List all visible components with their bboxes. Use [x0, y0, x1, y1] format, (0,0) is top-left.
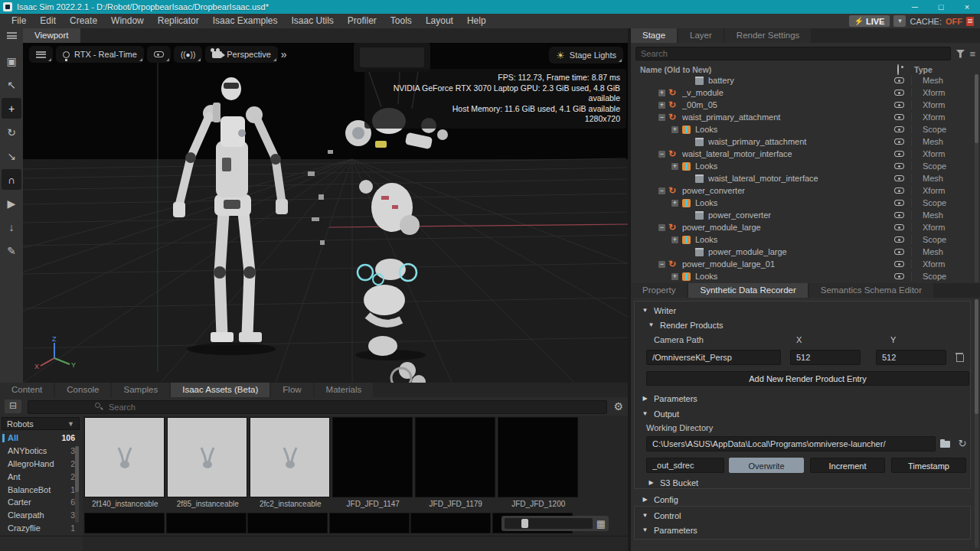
assets-panel-tab[interactable]: Materials: [315, 383, 374, 397]
stage-tree-row[interactable]: − power_module_large Xform: [631, 221, 975, 233]
timestamp-button[interactable]: Timestamp: [891, 458, 966, 473]
prim-name[interactable]: waist_primary_attachment: [682, 112, 894, 122]
prim-name[interactable]: Looks: [695, 235, 894, 244]
viewport-canvas[interactable]: RTX - Real-Time ((●)) Perspective » ☀ St…: [23, 43, 628, 383]
x-input[interactable]: [790, 350, 861, 365]
expand-toggle[interactable]: +: [671, 273, 678, 280]
live-sync-button[interactable]: ⚡ LIVE: [849, 15, 890, 27]
working-directory-input[interactable]: [646, 436, 936, 452]
stage-tree-row[interactable]: + Looks Scope: [631, 123, 975, 135]
camera-selector[interactable]: Perspective: [205, 46, 277, 63]
inspector-tab[interactable]: Semantics Schema Editor: [809, 283, 933, 298]
writer-section-header[interactable]: ▼Writer: [642, 303, 676, 318]
prim-name[interactable]: waist_lateral_motor_interface: [708, 174, 894, 183]
prim-name[interactable]: power_module_large_01: [682, 259, 894, 269]
render-products-section-header[interactable]: ▼Render Products: [648, 318, 724, 332]
type-column-header[interactable]: Type: [914, 65, 980, 74]
visibility-eye-icon[interactable]: [894, 126, 904, 132]
menu-item[interactable]: Isaac Utils: [284, 14, 340, 28]
visibility-eye-icon[interactable]: [894, 212, 904, 218]
visibility-eye-icon[interactable]: [894, 114, 904, 120]
stage-lights-button[interactable]: ☀ Stage Lights: [549, 47, 623, 64]
visibility-eye-icon[interactable]: [894, 249, 904, 255]
stage-tree-row[interactable]: + _v_module Xform: [631, 86, 975, 99]
visibility-eye-icon[interactable]: [894, 236, 904, 243]
expand-toggle[interactable]: +: [658, 90, 665, 96]
visibility-eye-icon[interactable]: [894, 102, 904, 108]
dock-menu-button[interactable]: [0, 28, 23, 43]
control-section-header[interactable]: ▼Control: [642, 508, 681, 523]
visibility-eye-icon[interactable]: [894, 261, 904, 267]
stage-tree-row[interactable]: waist_primary_attachment Mesh: [631, 135, 975, 148]
stage-options-icon[interactable]: ≡: [969, 50, 975, 58]
prim-name[interactable]: Looks: [695, 125, 894, 134]
menu-item[interactable]: Replicator: [151, 14, 206, 28]
asset-thumbnail[interactable]: [498, 417, 578, 497]
expand-toggle[interactable]: +: [671, 236, 678, 243]
visibility-eye-icon[interactable]: [894, 139, 904, 145]
menu-item[interactable]: File: [5, 14, 33, 28]
menu-item[interactable]: Help: [460, 14, 493, 28]
menu-item[interactable]: Edit: [33, 14, 63, 28]
prim-name[interactable]: power_converter: [682, 186, 894, 195]
prim-name[interactable]: waist_lateral_motor_interface: [682, 149, 894, 158]
stage-panel-tab[interactable]: Render Settings: [725, 28, 811, 43]
menu-item[interactable]: Profiler: [341, 14, 384, 28]
asset-thumbnail[interactable]: [415, 417, 495, 497]
stage-tree-row[interactable]: − power_module_large_01 Xform: [631, 258, 975, 270]
category-row[interactable]: Ant 2: [2, 470, 80, 483]
stage-tree-row[interactable]: waist_lateral_motor_interface Mesh: [631, 172, 975, 184]
expand-toggle[interactable]: +: [671, 126, 678, 133]
category-row[interactable]: BalanceBot 1: [2, 483, 80, 496]
viewport-settings-button[interactable]: [29, 46, 53, 63]
camera-path-input[interactable]: [646, 350, 781, 365]
increment-button[interactable]: Increment: [810, 458, 885, 473]
expand-toggle[interactable]: −: [658, 187, 665, 194]
live-dropdown-chevron[interactable]: ▾: [893, 15, 906, 27]
stage-tree-row[interactable]: battery Mesh: [631, 74, 975, 86]
menu-item[interactable]: Tools: [384, 14, 419, 28]
visibility-eye-icon[interactable]: [894, 77, 904, 83]
category-row[interactable]: Carter 6: [2, 496, 80, 509]
filter-icon[interactable]: [956, 50, 965, 58]
prim-name[interactable]: power_converter: [708, 210, 894, 220]
inspector-tab[interactable]: Property: [631, 283, 687, 298]
visibility-eye-icon[interactable]: [894, 175, 904, 181]
inspector-tab[interactable]: Synthetic Data Recorder: [688, 283, 807, 298]
stage-tree-row[interactable]: − waist_primary_attachment Xform: [631, 111, 975, 123]
visibility-eye-icon[interactable]: [894, 224, 904, 230]
gear-icon[interactable]: ⚙: [613, 400, 623, 412]
assets-panel-tab[interactable]: Isaac Assets (Beta): [171, 383, 270, 397]
grid-view-icon[interactable]: ▦: [596, 518, 606, 530]
close-button[interactable]: ×: [954, 2, 980, 11]
prim-name[interactable]: waist_primary_attachment: [708, 137, 894, 146]
category-row[interactable]: AllegroHand 2: [2, 458, 80, 471]
maximize-button[interactable]: □: [928, 2, 954, 11]
stage-tree-row[interactable]: + Looks Scope: [631, 270, 975, 282]
control-parameters-section-header[interactable]: ▼Parameters: [642, 523, 697, 537]
slider-handle[interactable]: [521, 519, 528, 528]
asset-thumbnail[interactable]: [167, 417, 247, 497]
overwrite-button[interactable]: Overwrite: [729, 458, 804, 473]
assets-panel-tab[interactable]: Content: [0, 383, 54, 397]
visibility-eye-icon[interactable]: [894, 163, 904, 169]
category-row[interactable]: All 106: [2, 432, 80, 445]
assets-panel-tab[interactable]: Samples: [112, 383, 169, 397]
prim-name[interactable]: power_module_large: [708, 247, 894, 256]
stage-tree-row[interactable]: power_converter Mesh: [631, 209, 975, 221]
visibility-eye-icon[interactable]: [894, 151, 904, 157]
config-section-header[interactable]: ▶Config: [642, 492, 678, 507]
expand-toggle[interactable]: −: [658, 224, 665, 231]
output-section-header[interactable]: ▼Output: [642, 406, 679, 421]
renderer-selector[interactable]: RTX - Real-Time: [56, 46, 144, 63]
stage-tree-row[interactable]: + _00m_05 Xform: [631, 99, 975, 111]
minimize-button[interactable]: ─: [902, 2, 928, 11]
parameters-section-header[interactable]: ▶Parameters: [642, 391, 697, 406]
refresh-icon[interactable]: ↻: [956, 437, 969, 451]
category-row[interactable]: ANYbotics 3: [2, 445, 80, 458]
prim-name[interactable]: _00m_05: [682, 100, 894, 109]
y-input[interactable]: [876, 350, 946, 365]
menu-item[interactable]: Create: [63, 14, 104, 28]
cache-document-icon[interactable]: [966, 17, 974, 26]
inspector-scrollbar[interactable]: [975, 299, 978, 548]
